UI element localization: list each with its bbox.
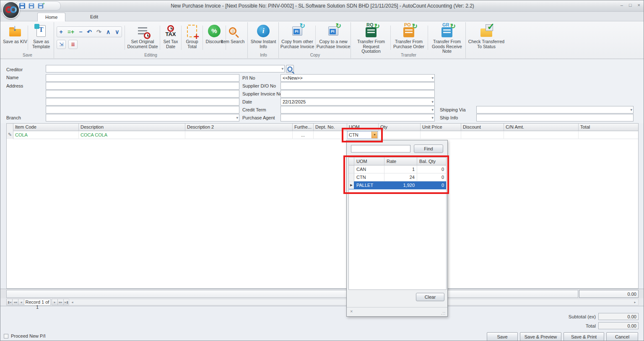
transfer-from-goods-receive-note-button[interactable]: GR↻ Transfer From Goods Receive Note [428,24,465,54]
proceed-new-pi-checkbox[interactable] [4,334,8,338]
balqty-cell[interactable]: 0 [417,181,446,189]
close-button[interactable]: × [638,3,640,8]
address-line2-field[interactable] [46,90,239,98]
cell-further-ellipsis[interactable]: ... [293,131,314,139]
chevron-down-icon[interactable]: ▾ [431,76,434,80]
address-line4-field[interactable] [46,106,239,114]
chevron-down-icon[interactable]: ▾ [630,108,632,112]
group-total-button[interactable]: + Group Total [182,24,202,49]
column-header-uom[interactable]: UOM [347,124,379,131]
scroll-left-icon[interactable]: ◂ [69,299,75,306]
column-header-description[interactable]: Description [79,124,185,131]
uom-row-pallet-selected[interactable]: ▸ PALLET 1,920 0 [349,181,446,189]
column-header-item-code[interactable]: Item Code [13,124,79,131]
ship-info-field[interactable] [476,114,634,121]
item-search-button[interactable]: Item Search [218,24,247,44]
branch-combobox[interactable]: ▾ [46,114,239,121]
rate-col-header[interactable]: Rate [384,158,417,165]
column-header-qty[interactable]: Qty [379,124,421,131]
cell-dept-no[interactable] [314,131,347,139]
cell-cn-amt[interactable] [504,131,579,139]
insert-row-icon[interactable]: ≡+ [68,28,74,35]
redo-icon[interactable]: ↷ [96,28,101,35]
column-header-description2[interactable]: Description 2 [185,124,293,131]
uom-cell[interactable]: CAN [354,165,384,173]
find-button[interactable]: Find [414,145,443,153]
add-row-icon[interactable]: + [60,28,63,35]
nav-prev-page-button[interactable]: ◂◂ [12,299,18,305]
purchase-agent-combobox[interactable]: ▾ [280,114,435,121]
transfer-from-request-quotation-button[interactable]: RQ↻ Transfer From Request Quotation [353,24,389,54]
cell-description[interactable]: COCA COLA [79,131,185,139]
cancel-button[interactable]: Cancel [606,332,638,341]
column-header-cn-amt[interactable]: C/N Amt. [504,124,579,131]
save-and-preview-button[interactable]: Save & Preview [520,332,561,341]
column-header-discount[interactable]: Discount [461,124,504,131]
pi-no-combobox[interactable]: <<New>>▾ [280,74,435,82]
rate-cell[interactable]: 1,920 [384,181,417,189]
minimize-button[interactable]: – [621,3,623,8]
address-line1-field[interactable] [46,82,239,90]
cell-discount[interactable] [461,131,504,139]
creditor-lookup-button[interactable] [286,65,294,73]
cell-item-code[interactable]: COLA [13,131,79,139]
transfer-from-purchase-order-button[interactable]: PO↻ Transfer From Purchase Order [391,24,426,49]
cell-qty[interactable] [379,131,421,139]
tab-home[interactable]: Home [37,13,65,21]
range-select-icon[interactable]: ⇲ [57,40,66,49]
set-tax-date-button[interactable]: TAX Set Tax Date [161,24,180,49]
uom-cell[interactable]: CTN [354,173,384,181]
save-as-template-button[interactable]: T Save as Template [29,24,53,49]
nav-first-button[interactable]: ▮◂ [6,299,13,305]
uom-row-ctn[interactable]: CTN 24 0 [349,173,446,181]
rate-cell[interactable]: 1 [384,165,417,173]
check-transferred-to-status-button[interactable]: ✓ Check Transferred To Status [468,24,505,49]
undo-icon[interactable]: ↶ [87,28,92,35]
nav-prev-button[interactable]: ◂ [18,299,24,305]
supplier-do-no-field[interactable] [280,82,435,90]
chevron-down-icon[interactable]: ▾ [431,108,434,112]
set-original-document-date-button[interactable]: Set Original Document Date [126,24,159,49]
uom-col-header[interactable]: UOM [354,158,384,165]
date-picker[interactable]: 22/12/2025▾ [280,98,435,106]
restore-button[interactable]: □ [629,3,632,8]
chevron-down-icon[interactable]: ▾ [431,100,434,104]
uom-dropdown-button[interactable]: ▾ [371,132,377,138]
save-button[interactable]: Save [487,332,518,341]
popup-close-icon[interactable]: × [350,309,353,314]
chevron-down-icon[interactable]: ▾ [431,116,434,120]
chevron-down-icon[interactable]: ▾ [281,67,283,71]
address-line3-field[interactable] [46,98,239,106]
column-header-unit-price[interactable]: Unit Price [421,124,461,131]
tab-edit[interactable]: Edit [83,13,106,21]
nav-next-page-button[interactable]: ▸▸ [57,299,64,305]
column-header-further[interactable]: Furthe... [293,124,314,131]
creditor-combobox[interactable]: ▾ [46,65,285,72]
resize-grip-icon[interactable]: .:: [441,311,446,315]
balqty-col-header[interactable]: Bal. Qty [417,158,446,165]
rate-cell[interactable]: 24 [384,173,417,181]
balqty-cell[interactable]: 0 [417,165,446,173]
uom-cell-editor[interactable]: CTN ▾ [347,131,378,139]
scroll-right-icon[interactable]: ▸ [632,299,638,306]
credit-term-combobox[interactable]: ▾ [280,106,435,114]
cell-total[interactable] [579,131,638,139]
save-as-kiv-button[interactable]: ↓ Save as KIV [3,24,27,44]
cell-description2[interactable] [185,131,293,139]
shipping-via-combobox[interactable]: ▾ [476,106,634,114]
uom-search-input[interactable] [351,145,410,152]
copy-from-other-pi-button[interactable]: PI↻ Copy from other Purchase Invoice [280,24,314,49]
nav-next-button[interactable]: ▸ [52,299,58,305]
item-list-icon[interactable]: ≣ [68,40,78,49]
save-and-print-button[interactable]: Save & Print [564,332,604,341]
move-down-icon[interactable]: ∨ [115,28,119,35]
name-field[interactable] [46,74,239,82]
cell-unit-price[interactable] [421,131,461,139]
move-up-icon[interactable]: ∧ [106,28,110,35]
uom-cell[interactable]: PALLET [354,181,384,189]
supplier-invoice-no-field[interactable] [280,90,435,98]
copy-to-new-pi-button[interactable]: PI↻ Copy to a new Purchase Invoice [316,24,351,49]
balqty-cell[interactable]: 0 [417,173,446,181]
chevron-down-icon[interactable]: ▾ [236,116,238,120]
uom-row-can[interactable]: CAN 1 0 [349,165,446,173]
